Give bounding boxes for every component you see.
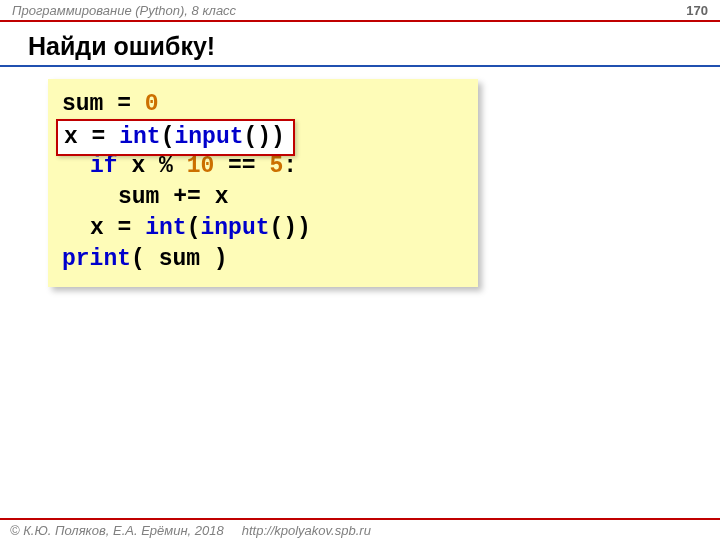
slide-title: Найди ошибку! (0, 22, 720, 67)
token-mod: % (145, 153, 186, 179)
token-eq: = (103, 91, 144, 117)
token-zero: 0 (145, 91, 159, 117)
token-x: x (131, 153, 145, 179)
token-x: x (215, 184, 229, 210)
page-number: 170 (686, 3, 708, 18)
header-bar: Программирование (Python), 8 класс 170 (0, 0, 720, 22)
token-input: input (200, 215, 269, 241)
token-eq: = (78, 124, 119, 150)
token-int: int (119, 124, 160, 150)
token-eq: = (104, 215, 145, 241)
token-x: x (90, 215, 104, 241)
token-print: print (62, 246, 131, 272)
code-line-5: x = int(input()) (62, 213, 464, 244)
code-line-1: sum = 0 (62, 89, 464, 120)
copyright-label: © К.Ю. Поляков, Е.А. Ерёмин, 2018 (10, 523, 224, 538)
token-pluseq: += (159, 184, 214, 210)
token-if: if (90, 153, 118, 179)
token-paren: ) (200, 246, 228, 272)
token-sum: sum (159, 246, 200, 272)
token-sum: sum (118, 184, 159, 210)
token-paren: ()) (269, 215, 310, 241)
token-five: 5 (269, 153, 283, 179)
token-paren: ()) (243, 124, 284, 150)
token-sum: sum (62, 91, 103, 117)
token-paren: ( (131, 246, 159, 272)
code-block: sum = 0 if x % 10 == 5: sum += x x = int… (48, 79, 478, 287)
token-colon: : (283, 153, 297, 179)
token-eqeq: == (214, 153, 269, 179)
code-line-4: sum += x (62, 182, 464, 213)
course-label: Программирование (Python), 8 класс (12, 3, 236, 18)
footer-bar: © К.Ю. Поляков, Е.А. Ерёмин, 2018 http:/… (0, 518, 720, 540)
footer-url: http://kpolyakov.spb.ru (242, 523, 371, 538)
code-line-6: print( sum ) (62, 244, 464, 275)
token-paren: ( (187, 215, 201, 241)
token-int: int (145, 215, 186, 241)
token-input: input (174, 124, 243, 150)
token-paren: ( (161, 124, 175, 150)
token-ten: 10 (187, 153, 215, 179)
correction-overlay: x = int(input()) (56, 119, 295, 156)
token-x: x (64, 124, 78, 150)
